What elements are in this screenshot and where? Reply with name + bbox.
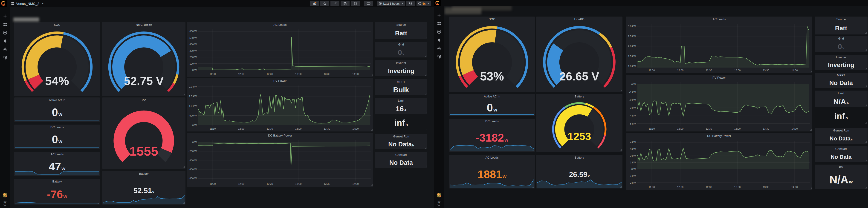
svg-text:3.0 kW: 3.0 kW (628, 25, 636, 28)
panel-title[interactable]: Limit (375, 98, 427, 103)
grafana-logo[interactable] (434, 0, 441, 6)
panel-battery-voltage: Battery 52.51v (102, 171, 185, 205)
configuration-gear-icon[interactable] (3, 47, 7, 51)
svg-text:12:30: 12:30 (267, 182, 273, 185)
panel-title[interactable]: Grid (375, 42, 427, 47)
alerting-bell-icon[interactable] (437, 38, 441, 42)
panel-title[interactable]: Inverter (815, 55, 868, 60)
time-range-picker[interactable]: Last 3 hours ▼ (377, 1, 405, 6)
zoom-out-button[interactable] (406, 1, 415, 6)
panel-title[interactable]: Source (815, 16, 868, 22)
svg-text:2.0 kW: 2.0 kW (628, 45, 636, 47)
panel-title[interactable]: SOC (14, 22, 100, 28)
stat-value: No Data (390, 160, 413, 166)
dashboard-title-group[interactable]: Venus_NMC_2 ▼ (11, 2, 44, 5)
dashboards-icon[interactable] (3, 22, 7, 27)
panel-title[interactable]: Battery (536, 155, 622, 161)
pv-power-chart-plot[interactable]: 11:3012:0012:3013:0013:3014:000 W500 W1.… (187, 84, 373, 131)
panel-title[interactable]: AC Loads (187, 22, 373, 28)
share-button[interactable] (331, 1, 339, 6)
user-avatar[interactable] (437, 193, 441, 198)
time-range-label: Last 3 hours (383, 2, 400, 5)
panel-title[interactable]: Inverter (375, 60, 427, 66)
svg-text:13:30: 13:30 (763, 127, 769, 130)
server-admin-shield-icon[interactable] (437, 54, 441, 59)
refresh-interval-label: 5s (423, 2, 426, 5)
panel-inverter-runtime: infh (815, 108, 868, 125)
panel-title[interactable]: PV (815, 165, 868, 170)
panel-title[interactable]: DC Battery Power (626, 133, 812, 139)
star-button[interactable] (320, 1, 329, 6)
panel-title[interactable]: DC Battery Power (187, 133, 373, 138)
help-icon[interactable]: ? (437, 201, 441, 206)
panel-title[interactable]: Grid (815, 36, 868, 41)
ac-loads-chart-plot[interactable]: 11:3012:0012:3013:0013:3014:001.0 kW1.5 … (626, 22, 812, 73)
panel-title[interactable]: Battery (536, 94, 622, 99)
panel-title[interactable]: PV Power (187, 78, 373, 84)
panel-title[interactable]: AC Loads (449, 155, 535, 161)
save-button[interactable] (341, 1, 349, 6)
pv-power-chart-plot[interactable]: 11:3012:0012:3013:0013:3014:000 W-1 kW-2… (626, 80, 812, 131)
svg-text:11:30: 11:30 (649, 69, 655, 72)
panel-title[interactable]: Genset Run (375, 134, 427, 139)
svg-text:12:30: 12:30 (267, 127, 273, 130)
stat-value: 16A (396, 105, 407, 112)
server-admin-shield-icon[interactable] (3, 55, 7, 60)
dc-battery-chart-plot[interactable]: 11:3012:0012:3013:0013:3014:004 kW3 kW2 … (626, 139, 812, 189)
panel-soc-gauge: SOC 54% (14, 22, 100, 96)
panel-title[interactable]: Genstart (815, 146, 868, 152)
create-plus-icon[interactable] (3, 14, 7, 19)
panel-ac-loads-chart: AC Loads 11:3012:0012:3013:0013:3014:001… (626, 16, 812, 73)
help-icon[interactable]: ? (3, 201, 7, 206)
panel-title[interactable]: PV Power (626, 75, 812, 80)
panel-title[interactable]: LiFePO (536, 16, 622, 22)
panel-pv-power-chart: PV Power 11:3012:0012:3013:0013:3014:000… (187, 78, 373, 132)
panel-title[interactable]: Battery (14, 179, 100, 184)
panel-title[interactable]: NMC 18650 (102, 22, 185, 28)
svg-text:-2 kW: -2 kW (629, 99, 636, 101)
panel-inverter-runtime: infh (375, 115, 427, 131)
panel-title[interactable]: MPPT (375, 79, 427, 84)
panel-title[interactable]: Limit (815, 91, 868, 96)
panel-title[interactable]: PV (102, 98, 185, 103)
panel-battery-voltage: Battery 26.59v (536, 155, 622, 188)
explore-compass-icon[interactable] (437, 29, 441, 34)
panel-title[interactable]: Genstart (375, 152, 427, 158)
dashboard-title[interactable]: Venus_NMC_2 (16, 2, 39, 5)
panel-title[interactable]: Battery (102, 171, 185, 176)
navbar (434, 0, 868, 6)
configuration-gear-icon[interactable] (437, 46, 441, 50)
refresh-button[interactable]: 5s ▼ (416, 1, 431, 6)
user-avatar[interactable] (3, 193, 7, 198)
panel-title[interactable]: DC Loads (449, 118, 535, 124)
panel-title[interactable]: Active AC In (14, 98, 100, 103)
stat-value: 1881w (477, 169, 506, 180)
panel-title[interactable]: Genset Run (815, 128, 868, 133)
alerting-bell-icon[interactable] (3, 39, 7, 43)
svg-text:13:30: 13:30 (324, 182, 330, 185)
panel-title[interactable]: Active AC In (449, 94, 535, 99)
panel-title[interactable]: DC Loads (14, 125, 100, 130)
explore-compass-icon[interactable] (3, 30, 7, 35)
add-panel-button[interactable] (310, 1, 319, 6)
svg-text:13:30: 13:30 (763, 186, 769, 188)
ac-loads-chart-plot[interactable]: 11:3012:0012:3013:0013:3014:000 W100 W20… (187, 28, 373, 76)
panel-title[interactable]: SOC (449, 16, 535, 22)
svg-text:4 kW: 4 kW (630, 141, 636, 144)
dashboards-icon[interactable] (437, 21, 441, 26)
dc-battery-chart-plot[interactable]: 11:3012:0012:3013:0013:3014:000 W-200 W-… (187, 138, 373, 186)
stat-value: No Datah (830, 136, 852, 141)
stat-value: No Data (831, 154, 852, 160)
create-plus-icon[interactable] (437, 13, 441, 18)
panel-title[interactable]: MPPT (815, 73, 868, 78)
panel-title[interactable]: AC Loads (14, 152, 100, 157)
panel-title[interactable]: AC Loads (626, 16, 812, 22)
svg-text:-400 W: -400 W (189, 159, 197, 162)
svg-text:500 W: 500 W (189, 37, 197, 39)
panel-soc-gauge: SOC 53% (449, 16, 535, 92)
panel-title[interactable]: Source (375, 22, 427, 28)
grafana-logo[interactable] (0, 0, 7, 7)
dashboard-settings-button[interactable] (351, 1, 360, 6)
kiosk-tv-button[interactable] (364, 1, 373, 6)
panel-ac-loads-chart: AC Loads 11:3012:0012:3013:0013:3014:000… (187, 22, 373, 77)
